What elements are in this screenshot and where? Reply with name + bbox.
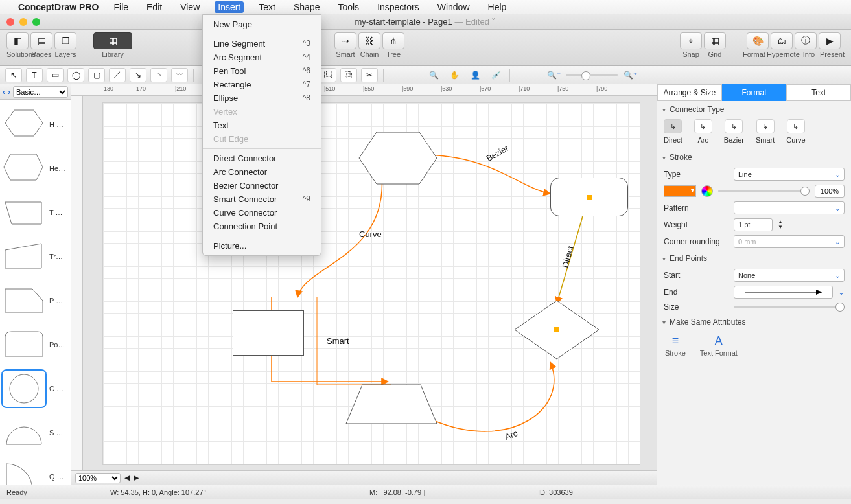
break-tool[interactable]: ✂ [361,68,378,82]
zoom-window-icon[interactable] [32,18,40,26]
shape-rectangle[interactable] [233,310,304,356]
library-item[interactable]: T … [3,190,68,235]
tab-text[interactable]: Text [786,84,851,101]
opacity-slider[interactable] [718,190,810,192]
zoom-select[interactable]: 100% [75,473,121,483]
menu-item-pen-tool[interactable]: Pen Tool^6 [203,64,321,78]
text-tool[interactable]: T [26,68,43,82]
same-stroke-button[interactable]: ≡Stroke [665,334,686,357]
section-connector-type[interactable]: Connector Type [657,101,851,118]
library-item[interactable]: He… [3,146,68,190]
end-arrow-select[interactable] [734,286,833,299]
menu-item-line-segment[interactable]: Line Segment^3 [203,37,321,51]
snap-button[interactable]: ⌖ [680,32,702,49]
menu-tools[interactable]: Tools [334,1,362,13]
ellipse-tool[interactable]: ◯ [67,68,84,82]
ungroup-tool[interactable]: ⿻ [340,68,357,82]
bezier-tool[interactable]: 〰 [171,68,188,82]
menu-text[interactable]: Text [255,1,279,13]
app-name[interactable]: ConceptDraw PRO [18,2,99,12]
weight-input[interactable]: 1 pt [734,218,773,231]
menu-item-direct-connector[interactable]: Direct Connector [203,152,321,165]
section-stroke[interactable]: Stroke [657,149,851,166]
minimize-window-icon[interactable] [19,18,27,26]
rounded-rect-tool[interactable]: ▢ [88,68,105,82]
connector-tool[interactable]: ↘ [130,68,146,82]
menu-item-new-page[interactable]: New Page [203,17,321,31]
menu-shape[interactable]: Shape [290,1,323,13]
library-item[interactable]: Q … [3,455,68,485]
menu-item-picture-[interactable]: Picture... [203,239,321,253]
rect-tool[interactable]: ▭ [47,68,64,82]
menu-file[interactable]: File [110,1,132,13]
section-same-attributes[interactable]: Make Same Attributes [657,314,851,330]
menu-window[interactable]: Window [434,1,473,13]
connector-type-bezier[interactable]: ↳Bezier [724,119,744,144]
weight-step-down[interactable]: ▼ [778,225,783,230]
stroke-type-select[interactable]: Line⌄ [734,168,845,181]
magnifier-icon[interactable]: 🔍 [425,68,442,82]
arc-tool[interactable]: ◝ [150,68,167,82]
menu-item-connection-point[interactable]: Connection Point [203,220,321,233]
menu-item-arc-connector[interactable]: Arc Connector [203,165,321,179]
library-item[interactable]: C … [3,367,68,411]
person-icon[interactable]: 👤 [467,68,484,82]
connector-type-curve[interactable]: ↳Curve [786,119,805,144]
zoom-out-button[interactable]: 🔍⁻ [545,68,562,82]
shape-hexagon[interactable] [356,129,440,187]
start-arrow-select[interactable]: None⌄ [734,269,845,282]
pattern-select[interactable]: ⌄ [734,201,845,214]
library-item[interactable]: Tr… [3,235,68,279]
color-wheel-icon[interactable] [701,185,713,197]
menu-item-rectangle[interactable]: Rectangle^7 [203,78,321,91]
endpoint-size-slider[interactable] [734,306,845,308]
corner-rounding-select[interactable]: 0 mm⌄ [734,235,845,248]
stroke-color-swatch[interactable] [664,185,696,197]
hand-tool[interactable]: ✋ [446,68,463,82]
menu-inspectors[interactable]: Inspectors [374,1,423,13]
chain-connector-button[interactable]: ⛓ [358,32,380,49]
connector-type-smart[interactable]: ↳Smart [756,119,775,144]
connector-type-arc[interactable]: ↳Arc [694,119,712,144]
close-window-icon[interactable] [6,18,14,26]
menu-item-smart-connector[interactable]: Smart Connector^9 [203,192,321,206]
menu-edit[interactable]: Edit [143,1,165,13]
pages-button[interactable]: ▤ [30,32,52,49]
connector-type-direct[interactable]: ↳Direct [664,119,682,144]
page-surface[interactable]: Bezier Curve Direct Smart Arc [102,102,640,465]
library-item[interactable]: Po… [3,323,68,367]
grid-button[interactable]: ▦ [704,32,726,49]
tab-arrange-size[interactable]: Arrange & Size [657,84,722,101]
tree-connector-button[interactable]: ⋔ [382,32,404,49]
page-nav-next[interactable]: ▶ [134,474,139,482]
menu-item-curve-connector[interactable]: Curve Connector [203,206,321,220]
page-nav-prev[interactable]: ◀ [124,474,130,482]
pointer-tool[interactable]: ↖ [5,68,22,82]
library-selector[interactable]: Basic… [13,86,68,98]
menu-item-ellipse[interactable]: Ellipse^8 [203,91,321,105]
menu-view[interactable]: View [177,1,203,13]
tab-format[interactable]: Format [722,84,787,101]
format-panel-button[interactable]: 🎨 [747,32,769,49]
document-title[interactable]: my-start-template - Page1 — Edited ˅ [355,17,496,27]
info-button[interactable]: ⓘ [795,32,817,49]
menu-item-bezier-connector[interactable]: Bezier Connector [203,179,321,192]
menu-insert[interactable]: Insert [215,1,244,13]
library-item[interactable]: H … [3,102,68,146]
zoom-in-button[interactable]: 🔍⁺ [622,68,638,82]
menu-item-arc-segment[interactable]: Arc Segment^4 [203,51,321,64]
smart-connector-button[interactable]: ⇢ [334,32,356,49]
library-nav-fwd[interactable]: › [8,87,10,97]
library-item[interactable]: P … [3,279,68,323]
library-item[interactable]: S … [3,411,68,455]
library-nav-back[interactable]: ‹ [3,87,5,97]
section-end-points[interactable]: End Points [657,250,851,267]
layers-button[interactable]: ❐ [54,32,76,49]
same-text-format-button[interactable]: AText Format [700,334,738,357]
opacity-value[interactable]: 100% [815,185,845,198]
library-button[interactable]: ▦ [93,32,132,49]
shape-diamond[interactable] [511,297,602,362]
drawing-canvas[interactable]: Bezier Curve Direct Smart Arc [83,96,657,470]
present-button[interactable]: ▶ [819,32,841,49]
shape-rounded-rect[interactable] [550,178,628,216]
